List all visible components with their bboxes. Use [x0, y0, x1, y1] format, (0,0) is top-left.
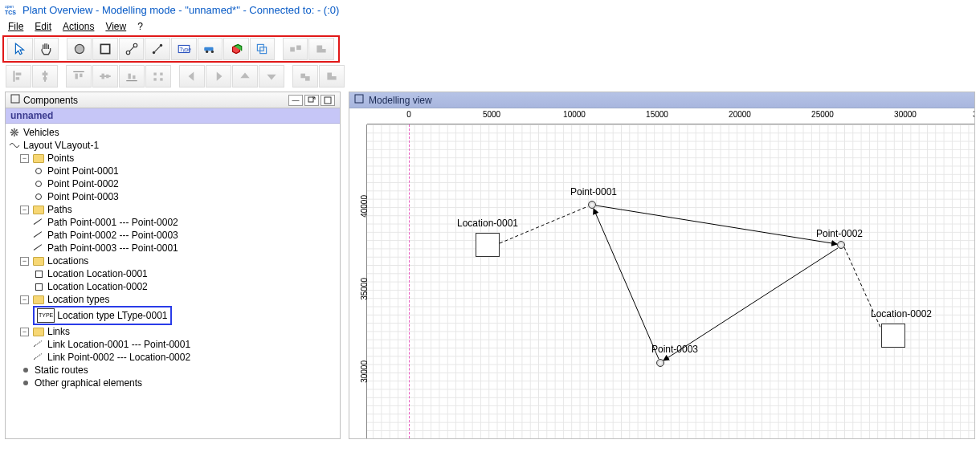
svg-rect-34: [153, 73, 156, 75]
align-middle-button[interactable]: [92, 65, 118, 88]
ruler-horizontal: 0 5000 10000 15000 20000 25000 30000 350…: [367, 108, 974, 124]
canvas-location-0001[interactable]: [476, 233, 500, 257]
collapse-icon[interactable]: −: [20, 257, 29, 266]
arrow-left-button[interactable]: [179, 65, 205, 88]
tree-item[interactable]: Location Location-0001: [33, 267, 338, 280]
panel-detach-button[interactable]: [304, 95, 319, 106]
tool-pan-button[interactable]: [34, 38, 59, 60]
canvas-point-label: Point-0003: [651, 344, 698, 355]
components-tree: ❋Vehicles Layout VLayout-1 −Points Point…: [6, 124, 340, 438]
tree-layout[interactable]: Layout VLayout-1: [9, 139, 338, 152]
tool-loctype-button[interactable]: Type: [171, 38, 197, 60]
tool-path-button[interactable]: [119, 38, 145, 60]
menu-bar: File Edit Actions View ?: [0, 19, 980, 35]
tree-item[interactable]: Path Point-0003 --- Point-0001: [33, 242, 338, 255]
tool-point-button[interactable]: [67, 38, 92, 60]
ruler-vertical: 40000 35000 30000: [349, 124, 367, 438]
loctype-icon: TYPE: [37, 308, 55, 323]
svg-point-2: [75, 44, 84, 53]
align-top-button[interactable]: [66, 65, 92, 88]
modelling-view-panel: Modelling view 0 5000 10000 15000 20000 …: [349, 92, 975, 439]
svg-rect-23: [43, 73, 48, 75]
square-icon: [10, 94, 20, 106]
tool-misc1-button[interactable]: [283, 38, 308, 60]
svg-rect-18: [296, 46, 301, 51]
canvas-point-0002[interactable]: [837, 241, 845, 249]
collapse-icon[interactable]: −: [20, 154, 29, 163]
tree-item[interactable]: Link Point-0002 --- Location-0002: [33, 351, 338, 364]
folder-icon: [33, 295, 44, 304]
tree-item[interactable]: Path Point-0002 --- Point-0003: [33, 229, 338, 242]
svg-line-46: [594, 209, 659, 359]
tool-link-button[interactable]: [145, 38, 170, 60]
tool-block-button[interactable]: [223, 38, 249, 60]
tree-vehicles[interactable]: ❋Vehicles: [9, 126, 338, 139]
arrow-right-button[interactable]: [206, 65, 231, 88]
svg-rect-24: [43, 77, 47, 79]
tree-loctypes-folder[interactable]: −Location types: [20, 293, 338, 306]
tree-locations-folder[interactable]: −Locations: [20, 255, 338, 267]
tree-item[interactable]: Point Point-0002: [33, 177, 338, 190]
menu-help[interactable]: ?: [133, 20, 148, 33]
menu-view[interactable]: View: [100, 20, 131, 33]
svg-rect-26: [76, 74, 78, 79]
svg-rect-35: [160, 73, 162, 75]
arrow-down-button[interactable]: [259, 65, 284, 88]
tree-other-graphical[interactable]: Other graphical elements: [20, 377, 338, 389]
tree-paths-folder[interactable]: −Paths: [20, 203, 338, 216]
svg-rect-40: [11, 95, 19, 103]
canvas-point-0003[interactable]: [656, 359, 664, 367]
tool-location-button[interactable]: [92, 38, 118, 60]
collapse-icon[interactable]: −: [20, 295, 29, 304]
tool-vehicle-button[interactable]: [198, 38, 223, 60]
svg-rect-39: [305, 76, 310, 81]
menu-actions[interactable]: Actions: [58, 20, 99, 33]
tree-static-routes[interactable]: Static routes: [20, 364, 338, 377]
svg-rect-36: [153, 78, 156, 80]
tree-item[interactable]: Link Location-0001 --- Point-0001: [33, 338, 338, 351]
tool-misc2-button[interactable]: [308, 38, 334, 60]
app-icon: openTCS: [5, 3, 18, 16]
modelling-canvas[interactable]: Point-0001 Point-0002 Point-0003 Locatio…: [367, 124, 974, 438]
components-title: Components: [23, 95, 78, 106]
components-panel: Components — unnamed ❋Vehicles Layout VL…: [5, 92, 341, 439]
panel-minimize-button[interactable]: —: [288, 95, 303, 106]
svg-rect-21: [16, 77, 20, 79]
align-left-button[interactable]: [6, 65, 31, 88]
svg-rect-33: [133, 75, 135, 79]
svg-line-9: [155, 47, 161, 52]
tool-group-button[interactable]: [250, 38, 276, 60]
tree-item-selected[interactable]: TYPE Location type LType-0001: [33, 306, 338, 325]
tree-points-folder[interactable]: −Points: [20, 152, 338, 165]
project-name: unnamed: [6, 108, 340, 124]
align-bottom-button[interactable]: [119, 65, 145, 88]
canvas-location-0002[interactable]: [881, 324, 905, 348]
collapse-icon[interactable]: −: [20, 206, 29, 214]
misc4-button[interactable]: [319, 65, 345, 88]
canvas-edges: [367, 124, 974, 438]
tree-item[interactable]: Point Point-0003: [33, 190, 338, 203]
svg-rect-43: [355, 95, 363, 103]
menu-edit[interactable]: Edit: [30, 20, 56, 33]
distribute-button[interactable]: [145, 65, 171, 88]
svg-text:TCS: TCS: [5, 10, 16, 15]
tool-select-button[interactable]: [7, 38, 33, 60]
tree-item[interactable]: Point Point-0001: [33, 165, 338, 177]
svg-rect-29: [102, 74, 104, 79]
modelling-view-title: Modelling view: [369, 95, 432, 106]
tree-item[interactable]: Location Location-0002: [33, 280, 338, 293]
collapse-icon[interactable]: −: [20, 328, 29, 336]
tree-links-folder[interactable]: −Links: [20, 325, 338, 338]
svg-rect-37: [160, 78, 162, 80]
svg-line-44: [596, 206, 837, 244]
square-icon: [354, 94, 364, 106]
align-center-v-button[interactable]: [32, 65, 58, 88]
menu-file[interactable]: File: [3, 20, 28, 33]
svg-rect-30: [106, 75, 108, 79]
misc3-button[interactable]: [292, 65, 318, 88]
svg-point-13: [206, 51, 208, 53]
tree-item[interactable]: Path Point-0001 --- Point-0002: [33, 216, 338, 229]
canvas-point-0001[interactable]: [588, 201, 596, 209]
panel-maximize-button[interactable]: [321, 95, 335, 106]
arrow-up-button[interactable]: [232, 65, 258, 88]
